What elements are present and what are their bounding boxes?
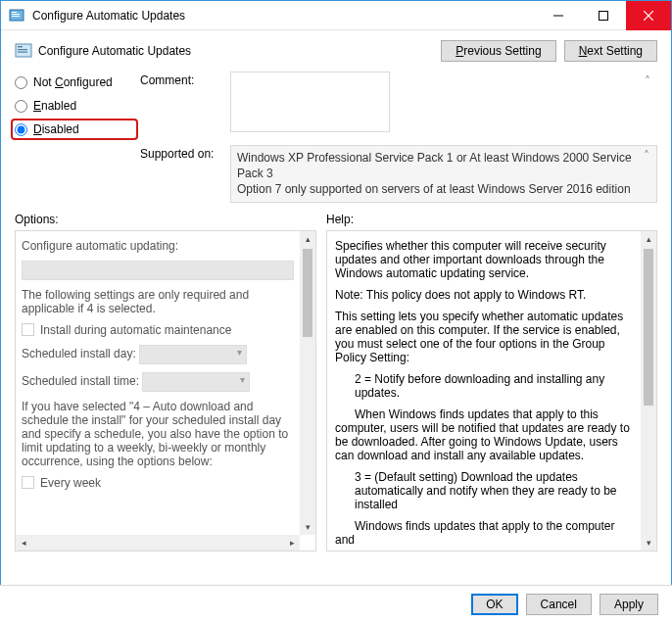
titlebar: Configure Automatic Updates: [1, 1, 671, 30]
options-note: The following settings are only required…: [22, 288, 294, 315]
minimize-button[interactable]: [536, 1, 581, 30]
install-day-dropdown: [139, 345, 247, 364]
checkbox-icon: [22, 476, 34, 489]
help-p3: This setting lets you specify whether au…: [335, 310, 633, 364]
install-time-row: Scheduled install time:: [22, 372, 294, 392]
install-maintenance-checkbox: Install during automatic maintenance: [22, 323, 231, 337]
configure-updating-dropdown: [22, 261, 294, 280]
comment-label: Comment:: [140, 72, 224, 87]
help-panel: Specifies whether this computer will rec…: [326, 230, 657, 551]
app-icon: [9, 8, 24, 24]
scroll-thumb[interactable]: [303, 249, 312, 337]
help-p4: 2 = Notify before downloading and instal…: [335, 372, 633, 400]
options-panel: Configure automatic updating: The follow…: [15, 230, 316, 551]
help-p1: Specifies whether this computer will rec…: [335, 239, 633, 280]
help-vertical-scrollbar[interactable]: ▴ ▾: [641, 231, 656, 551]
ok-button[interactable]: OK: [471, 594, 517, 615]
header: Configure Automatic Updates Previous Set…: [1, 30, 671, 68]
svg-rect-2: [12, 14, 20, 15]
panels: Configure automatic updating: The follow…: [1, 230, 671, 551]
help-p5: When Windows finds updates that apply to…: [335, 407, 633, 462]
svg-rect-9: [18, 46, 23, 47]
maximize-button[interactable]: [581, 1, 626, 30]
window-title: Configure Automatic Updates: [32, 9, 536, 23]
scroll-up-icon[interactable]: ▴: [641, 231, 656, 247]
page-title: Configure Automatic Updates: [38, 44, 441, 58]
caret-up-icon: ˄: [640, 73, 655, 89]
policy-icon: [15, 42, 32, 60]
dialog-footer: OK Cancel Apply: [0, 585, 672, 623]
close-button[interactable]: [626, 1, 671, 30]
configure-updating-label: Configure automatic updating:: [22, 239, 294, 253]
help-header: Help:: [326, 213, 354, 226]
scroll-left-icon[interactable]: ◂: [16, 535, 31, 551]
help-p2: Note: This policy does not apply to Wind…: [335, 288, 633, 302]
svg-rect-5: [600, 11, 608, 20]
comment-textarea[interactable]: [230, 72, 390, 132]
scroll-right-icon[interactable]: ▸: [284, 535, 300, 551]
svg-rect-8: [16, 44, 31, 57]
svg-rect-1: [12, 12, 17, 13]
scheduled-note: If you have selected "4 – Auto download …: [22, 400, 294, 468]
cancel-button[interactable]: Cancel: [526, 594, 592, 615]
options-vertical-scrollbar[interactable]: ▴ ▾: [300, 231, 315, 535]
column-headers: Options: Help:: [1, 213, 671, 226]
apply-button[interactable]: Apply: [600, 594, 658, 615]
radio-not-configured[interactable]: Not Configured: [15, 75, 130, 89]
options-header: Options:: [15, 213, 316, 226]
install-day-row: Scheduled install day:: [22, 345, 294, 364]
scroll-thumb[interactable]: [644, 249, 653, 406]
every-week-checkbox: Every week: [22, 476, 101, 490]
help-p7: Windows finds updates that apply to the …: [335, 519, 633, 547]
options-horizontal-scrollbar[interactable]: ◂ ▸: [16, 535, 300, 551]
highlight-box: Disabled: [11, 119, 138, 140]
svg-rect-3: [12, 16, 20, 17]
previous-setting-button[interactable]: Previous Setting: [441, 40, 555, 62]
supported-label: Supported on:: [140, 145, 224, 161]
radio-enabled[interactable]: Enabled: [15, 99, 130, 113]
svg-rect-10: [18, 49, 27, 50]
radio-disabled[interactable]: Disabled: [15, 122, 130, 136]
scroll-up-icon[interactable]: ▴: [300, 231, 315, 247]
state-radio-group: Not Configured Enabled Disabled: [15, 72, 130, 203]
svg-rect-0: [10, 10, 24, 21]
next-setting-button[interactable]: Next Setting: [564, 40, 657, 62]
top-area: Not Configured Enabled Disabled Comment:…: [1, 68, 671, 209]
svg-rect-11: [18, 52, 27, 53]
caret-up-icon: ˄: [639, 148, 654, 164]
supported-on-text: Windows XP Professional Service Pack 1 o…: [230, 145, 657, 203]
scroll-down-icon[interactable]: ▾: [300, 519, 315, 535]
scroll-down-icon[interactable]: ▾: [641, 535, 656, 551]
install-time-dropdown: [142, 372, 250, 392]
checkbox-icon: [22, 323, 34, 336]
help-p6: 3 = (Default setting) Download the updat…: [335, 470, 633, 511]
